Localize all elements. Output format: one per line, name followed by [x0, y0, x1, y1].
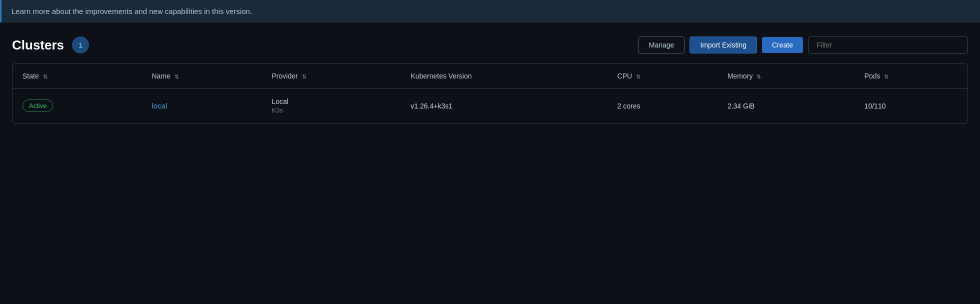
sort-name-icon: ⇅: [174, 74, 179, 80]
info-banner: Learn more about the improvements and ne…: [0, 0, 980, 22]
page-title: Clusters: [12, 38, 64, 53]
sort-cpu-icon: ⇅: [636, 74, 640, 80]
col-pods[interactable]: Pods ⇅: [854, 64, 968, 88]
filter-input[interactable]: [808, 36, 968, 54]
col-name[interactable]: Name ⇅: [142, 64, 262, 88]
status-badge: Active: [22, 100, 53, 112]
table-container: State ⇅ Name ⇅ Provider ⇅ Kubernetes Ver…: [12, 64, 968, 124]
sort-memory-icon: ⇅: [756, 74, 761, 80]
cell-state: Active: [12, 88, 142, 124]
col-provider[interactable]: Provider ⇅: [262, 64, 401, 88]
sort-state-icon: ⇅: [43, 74, 48, 80]
col-state[interactable]: State ⇅: [12, 64, 142, 88]
cell-provider: LocalK3s: [262, 88, 401, 124]
cell-cpu: 2 cores: [608, 88, 718, 124]
sort-provider-icon: ⇅: [302, 74, 306, 80]
col-k8s-version: Kubernetes Version: [400, 64, 607, 88]
manage-button[interactable]: Manage: [638, 36, 685, 54]
cluster-name-link[interactable]: local: [152, 102, 167, 110]
cell-name[interactable]: local: [142, 88, 262, 124]
header-actions: Manage Import Existing Create: [638, 36, 968, 54]
import-existing-button[interactable]: Import Existing: [690, 36, 757, 54]
create-button[interactable]: Create: [762, 37, 803, 53]
table-row: ActivelocalLocalK3sv1.26.4+k3s12 cores2.…: [12, 88, 968, 124]
cluster-count-badge: 1: [72, 36, 89, 54]
cell-k8s-version: v1.26.4+k3s1: [400, 88, 607, 124]
col-memory[interactable]: Memory ⇅: [718, 64, 854, 88]
cell-pods: 10/110: [854, 88, 968, 124]
header-section: Clusters 1 Manage Import Existing Create: [0, 22, 980, 64]
table-header-row: State ⇅ Name ⇅ Provider ⇅ Kubernetes Ver…: [12, 64, 968, 88]
col-cpu[interactable]: CPU ⇅: [608, 64, 718, 88]
cell-memory: 2.34 GiB: [718, 88, 854, 124]
provider-name: Local: [272, 98, 391, 106]
clusters-table: State ⇅ Name ⇅ Provider ⇅ Kubernetes Ver…: [12, 64, 968, 123]
provider-sub: K3s: [272, 106, 391, 114]
sort-pods-icon: ⇅: [884, 74, 888, 80]
